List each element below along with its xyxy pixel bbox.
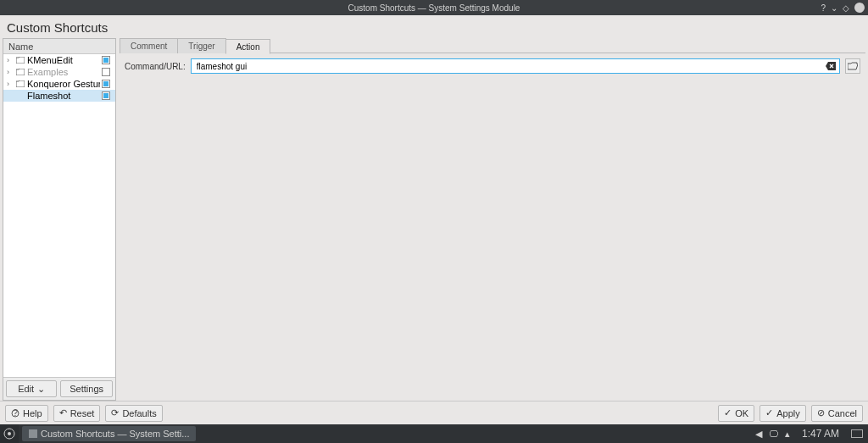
apply-button[interactable]: ✓ Apply bbox=[760, 405, 806, 422]
tree-item-checkbox[interactable] bbox=[100, 68, 112, 76]
folder-icon bbox=[15, 69, 25, 75]
help-button-label: Help bbox=[23, 408, 42, 418]
defaults-button[interactable]: ⟳ Defaults bbox=[105, 405, 162, 422]
tree-button-bar: Edit ⌄ Settings bbox=[3, 377, 115, 400]
system-taskbar: Custom Shortcuts — System Setti... ◀ 🖵 ▴… bbox=[0, 424, 868, 443]
command-url-input[interactable] bbox=[191, 58, 840, 74]
apply-button-label: Apply bbox=[776, 408, 800, 418]
taskbar-entry[interactable]: Custom Shortcuts — System Setti... bbox=[22, 426, 196, 441]
minimize-icon[interactable]: ◇ bbox=[843, 3, 849, 13]
tree-item-checkbox[interactable] bbox=[100, 91, 112, 100]
ok-button[interactable]: ✓ OK bbox=[718, 405, 754, 422]
cancel-button-label: Cancel bbox=[828, 408, 857, 418]
window-titlebar: Custom Shortcuts — System Settings Modul… bbox=[0, 0, 868, 15]
taskbar-entry-label: Custom Shortcuts — System Setti... bbox=[41, 429, 189, 439]
settings-button-label: Settings bbox=[70, 384, 103, 394]
system-tray: ◀ 🖵 ▴ 1:47 AM bbox=[755, 428, 868, 440]
clock[interactable]: 1:47 AM bbox=[802, 428, 839, 440]
expand-arrow-icon[interactable]: › bbox=[7, 80, 15, 88]
show-desktop-button[interactable] bbox=[851, 429, 863, 438]
command-url-label: Command/URL: bbox=[125, 62, 186, 71]
main-area: Name ›KMenuEdit›Examples›Konqueror Gestu… bbox=[0, 38, 868, 401]
tree-header-name[interactable]: Name bbox=[3, 39, 115, 54]
tab-bar: CommentTriggerAction bbox=[120, 38, 865, 53]
edit-button[interactable]: Edit ⌄ bbox=[6, 380, 57, 397]
defaults-button-label: Defaults bbox=[122, 408, 156, 418]
expand-arrow-icon[interactable]: › bbox=[7, 56, 15, 64]
kde-logo-icon bbox=[3, 428, 15, 440]
help-circle-icon: ? bbox=[11, 409, 19, 418]
window-title: Custom Shortcuts — System Settings Modul… bbox=[348, 3, 520, 13]
menu-chevron-icon[interactable]: ⌄ bbox=[831, 3, 837, 13]
svg-point-3 bbox=[8, 432, 11, 435]
tree-item-konqueror-gestures[interactable]: ›Konqueror Gestures bbox=[3, 78, 115, 90]
undo-icon: ↶ bbox=[59, 407, 67, 418]
start-menu-button[interactable] bbox=[0, 424, 19, 443]
tray-chevron-icon[interactable]: ▴ bbox=[785, 429, 790, 440]
tree-item-label: Flameshot bbox=[25, 91, 100, 101]
close-icon[interactable]: ✕ bbox=[854, 3, 865, 13]
tab-trigger[interactable]: Trigger bbox=[177, 38, 225, 53]
shortcut-tree[interactable]: ›KMenuEdit›Examples›Konqueror GesturesFl… bbox=[3, 54, 115, 377]
window-icon bbox=[29, 429, 37, 438]
chevron-down-icon: ⌄ bbox=[37, 384, 45, 395]
detail-panel: CommentTriggerAction Command/URL: bbox=[120, 38, 865, 401]
clear-input-icon[interactable] bbox=[825, 60, 837, 72]
shortcut-tree-panel: Name ›KMenuEdit›Examples›Konqueror Gestu… bbox=[3, 38, 116, 401]
ok-button-label: OK bbox=[735, 408, 748, 418]
cancel-icon: ⊘ bbox=[817, 407, 825, 418]
help-icon[interactable]: ? bbox=[821, 3, 826, 13]
edit-button-label: Edit bbox=[18, 384, 34, 394]
folder-open-icon bbox=[848, 62, 858, 70]
action-panel: Command/URL: bbox=[120, 53, 865, 401]
page-title: Custom Shortcuts bbox=[0, 15, 868, 38]
tree-item-checkbox[interactable] bbox=[100, 56, 112, 64]
volume-icon[interactable]: ◀ bbox=[755, 429, 762, 440]
reset-button[interactable]: ↶ Reset bbox=[53, 405, 101, 422]
expand-arrow-icon[interactable]: › bbox=[7, 68, 15, 76]
refresh-icon: ⟳ bbox=[111, 407, 119, 418]
folder-icon bbox=[15, 57, 25, 64]
tree-item-label: Konqueror Gestures bbox=[25, 79, 100, 89]
check-icon: ✓ bbox=[724, 407, 732, 418]
tree-item-checkbox[interactable] bbox=[100, 80, 112, 88]
tree-item-label: KMenuEdit bbox=[25, 55, 100, 65]
reset-button-label: Reset bbox=[70, 408, 95, 418]
settings-button[interactable]: Settings bbox=[60, 380, 113, 397]
command-url-input-wrap bbox=[191, 58, 840, 74]
tree-item-examples[interactable]: ›Examples bbox=[3, 66, 115, 78]
command-url-row: Command/URL: bbox=[125, 58, 860, 74]
folder-icon bbox=[15, 80, 25, 87]
window-controls: ? ⌄ ◇ ✕ bbox=[821, 0, 865, 15]
help-button[interactable]: ? Help bbox=[5, 405, 48, 422]
check-icon: ✓ bbox=[765, 407, 773, 418]
svg-text:?: ? bbox=[13, 409, 18, 418]
tab-action[interactable]: Action bbox=[225, 39, 271, 54]
tree-item-kmenuedit[interactable]: ›KMenuEdit bbox=[3, 54, 115, 66]
browse-button[interactable] bbox=[845, 58, 860, 74]
network-icon[interactable]: 🖵 bbox=[769, 429, 778, 439]
tree-item-flameshot[interactable]: Flameshot bbox=[3, 90, 115, 102]
dialog-button-bar: ? Help ↶ Reset ⟳ Defaults ✓ OK ✓ Apply ⊘… bbox=[0, 401, 868, 424]
tab-comment[interactable]: Comment bbox=[120, 38, 178, 53]
cancel-button[interactable]: ⊘ Cancel bbox=[811, 405, 863, 422]
tree-item-label: Examples bbox=[25, 67, 100, 77]
